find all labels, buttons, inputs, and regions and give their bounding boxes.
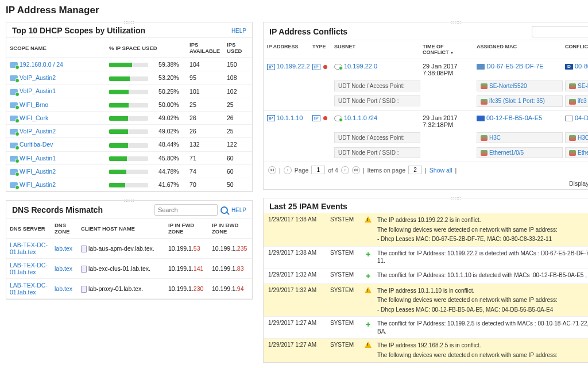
ips-used-value: 60: [223, 151, 252, 164]
help-link[interactable]: HELP: [231, 28, 246, 34]
col-subnet[interactable]: SUBNET: [334, 44, 420, 55]
scope-icon: [10, 143, 18, 148]
pct-value: 50.25%: [155, 85, 186, 98]
warning-icon: [365, 287, 372, 293]
ips-used-value: 102: [223, 85, 252, 98]
col-dns-zone[interactable]: DNS ZONE: [51, 218, 78, 239]
drag-grip-icon[interactable]: ∷∷∷: [124, 20, 134, 25]
event-message-line: The IP address 10.1.1.10 is in conflict.: [377, 287, 588, 295]
ip-fwd: 10.199.1.230: [165, 279, 208, 299]
scope-icon: [10, 169, 18, 175]
event-time: 1/29/2017 1:38 AM: [268, 250, 326, 256]
pager-page-input[interactable]: [311, 166, 325, 174]
dns-table: DNS SERVER DNS ZONE CLIENT HOST NAME IP …: [6, 218, 252, 299]
ip-link[interactable]: 10.1.1.10: [277, 114, 303, 121]
assigned-node-link[interactable]: SE-Nortel5520: [489, 83, 527, 89]
drag-grip-icon[interactable]: ∷∷∷: [451, 20, 462, 25]
usage-bar: [109, 63, 148, 67]
scope-link[interactable]: WIFI_Austin2: [20, 168, 56, 175]
assigned-mac-link[interactable]: D0-67-E5-2B-DF-7E: [486, 63, 544, 70]
scope-link[interactable]: WIFI_Austin1: [20, 155, 56, 162]
assigned-port-link[interactable]: ifc35 (Slot: 1 Port: 35): [489, 98, 545, 104]
conflicts-search-input[interactable]: [532, 26, 588, 37]
scope-link[interactable]: WIFI_Austin2: [20, 181, 56, 188]
scope-icon: [10, 116, 18, 121]
conflict-node-link[interactable]: H3C: [578, 135, 588, 141]
dns-zone-link[interactable]: lab.tex: [55, 285, 72, 292]
conflicting-mac-link[interactable]: 00-80-C8-33-22-11: [575, 63, 588, 70]
assigned-node-link[interactable]: H3C: [489, 135, 501, 141]
scope-link[interactable]: WIFI_Brno: [20, 101, 48, 108]
event-row: 1/29/2017 1:38 AMSYSTEM+The conflict for…: [264, 247, 588, 269]
col-dns-server[interactable]: DNS SERVER: [6, 218, 51, 239]
scope-link[interactable]: VoIP_Austin2: [20, 128, 56, 135]
udt-port-label: UDT Node Port / SSID :: [334, 147, 420, 158]
table-row: WIFI_Brno50.00%2525: [6, 98, 252, 111]
pager-of-label: of 4: [328, 167, 338, 174]
dns-server-link[interactable]: LAB-TEX-DC-01.lab.tex: [10, 262, 48, 275]
table-row: WIFI_Austin244.78%7460: [6, 164, 252, 178]
col-time-conflict[interactable]: TIME OF CONFLICT▼: [423, 44, 474, 55]
col-type[interactable]: TYPE: [312, 44, 332, 55]
pager-next-button[interactable]: ›: [341, 166, 349, 174]
assigned-mac-link[interactable]: 00-12-FB-B5-0A-E5: [486, 114, 542, 121]
scope-icon: [10, 182, 18, 188]
dns-server-link[interactable]: LAB-TEX-DC-01.lab.tex: [10, 282, 48, 296]
subnet-link[interactable]: 10.199.22.0: [344, 63, 377, 70]
ips-used-value: 50: [223, 178, 252, 191]
event-message-line: The conflict for IP Address: 10.1.1.10 i…: [377, 271, 588, 279]
scope-link[interactable]: VoIP_Austin2: [20, 74, 56, 81]
col-ip-bwd[interactable]: IP IN BWD ZONE: [208, 218, 252, 239]
help-link[interactable]: HELP: [231, 207, 246, 213]
col-ips-used[interactable]: IPS USED: [223, 38, 252, 58]
table-row: Curitiba-Dev48.44%132122: [6, 138, 252, 151]
table-row: 192.168.0.0 / 2459.38%104150: [6, 58, 252, 71]
event-source: SYSTEM: [330, 250, 359, 256]
col-pct-used[interactable]: % IP SPACE USED: [106, 38, 186, 58]
scope-link[interactable]: WIFI_Cork: [20, 114, 48, 121]
pager-first-button[interactable]: ⏮: [268, 166, 276, 174]
conflicting-mac-link[interactable]: 04-DB-56-B5-0A-E4: [575, 114, 588, 121]
dns-search-input[interactable]: [154, 204, 218, 216]
dns-zone-link[interactable]: lab.tex: [55, 265, 72, 272]
document-icon: [81, 266, 87, 273]
scope-link[interactable]: 192.168.0.0 / 24: [20, 61, 63, 68]
drag-grip-icon[interactable]: ∷∷∷: [451, 196, 462, 201]
event-message-line: The conflict for IP Address: 10.199.2.5 …: [377, 320, 588, 335]
sort-desc-icon: ▼: [450, 51, 454, 55]
col-conflicting-mac[interactable]: CONFLICTING MAC: [565, 44, 588, 55]
dhcp-panel-title: Top 10 DHCP Scopes by Utilization: [12, 26, 145, 35]
conflict-port-link[interactable]: Ethernet1/0/8: [578, 150, 588, 156]
conflict-port-link[interactable]: ifc3 (Slot: 1 Port: 3): [578, 98, 588, 104]
scope-link[interactable]: VoIP_Austin1: [20, 87, 56, 94]
dns-zone-link[interactable]: lab.tex: [55, 245, 72, 252]
ips-used-value: 25: [223, 125, 252, 138]
event-time: 1/29/2017 1:38 AM: [268, 216, 326, 223]
conflict-node-link[interactable]: SE-Nortel5520: [578, 83, 588, 89]
pager-show-all-link[interactable]: Show all: [430, 167, 452, 174]
usage-bar: [109, 76, 148, 81]
col-ip-fwd[interactable]: IP IN FWD ZONE: [165, 218, 208, 239]
dns-server-link[interactable]: LAB-TEX-DC-01.lab.tex: [10, 241, 48, 255]
col-ips-avail[interactable]: IPS AVAILABLE: [186, 38, 223, 58]
pager-last-button[interactable]: ⏭: [352, 166, 360, 174]
subnet-link[interactable]: 10.1.1.0 /24: [344, 114, 377, 121]
pager-page-label: Page: [295, 167, 309, 174]
scope-icon: [10, 62, 18, 68]
pager-prev-button[interactable]: ‹: [284, 166, 292, 174]
search-icon[interactable]: [220, 205, 229, 214]
ips-avail-value: 95: [186, 71, 223, 85]
port-icon: [481, 135, 488, 141]
ip-link[interactable]: 10.199.22.2: [277, 63, 310, 70]
col-scope-name[interactable]: SCOPE NAME: [6, 38, 106, 58]
scope-link[interactable]: Curitiba-Dev: [20, 141, 53, 148]
drag-grip-icon[interactable]: ∷∷∷: [124, 198, 134, 204]
port-icon: [569, 135, 576, 141]
pct-value: 45.80%: [155, 151, 186, 164]
col-client-host[interactable]: CLIENT HOST NAME: [78, 218, 165, 239]
col-assigned-mac[interactable]: ASSIGNED MAC: [477, 44, 563, 55]
ips-avail-value: 132: [186, 138, 223, 151]
pager-items-input[interactable]: [408, 166, 422, 174]
assigned-port-link[interactable]: Ethernet1/0/5: [489, 150, 524, 156]
col-ip-address[interactable]: IP ADDRESS: [267, 44, 310, 55]
